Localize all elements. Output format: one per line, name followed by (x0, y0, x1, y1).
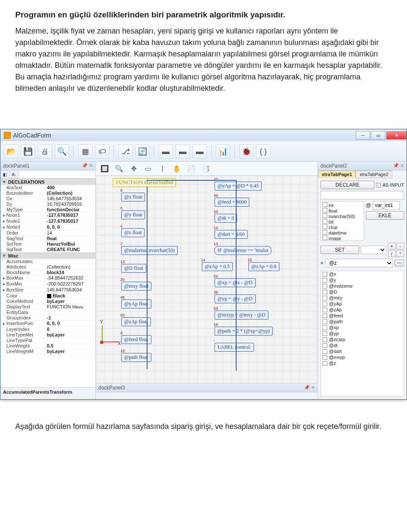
propgrid-row[interactable]: LineWeightMbyLayer (0, 349, 95, 354)
ekle-button[interactable]: EKLE (366, 211, 404, 220)
dock-pin-icon[interactable]: 📌 ✕ (304, 385, 315, 391)
flow-node[interactable]: @D float (121, 264, 146, 273)
var-item[interactable]: @zAp (321, 307, 404, 313)
var-item[interactable]: @yAp (321, 301, 404, 307)
var-item[interactable]: @mxyp (321, 354, 404, 360)
flow-node[interactable]: @yAp = @D * 0.45 (215, 182, 262, 190)
var-item[interactable]: @malzeme (321, 283, 404, 289)
align-mid-button[interactable]: ▬ (176, 144, 190, 159)
propgrid-row[interactable]: Dy16.78243709916 (0, 202, 95, 207)
print-button[interactable]: 🖨 (38, 144, 52, 159)
var-item[interactable]: @path (321, 319, 404, 325)
propgrid-row[interactable]: BlockNameblock14 (0, 270, 95, 275)
flowchart-canvas[interactable]: FUNCTION HavuzYolBul @x float6@y float5@… (96, 176, 318, 383)
varname-input[interactable] (373, 201, 400, 210)
extent-icon[interactable]: ▭ (142, 163, 153, 174)
flow-node[interactable]: @x float (121, 193, 145, 202)
close-button[interactable]: ✕ (386, 131, 407, 140)
zoom-area-icon[interactable]: 🔲 (99, 163, 110, 174)
var-item[interactable]: @xp (321, 325, 404, 330)
propgrid-cat-declarations[interactable]: ▾DECLERATIONS (0, 179, 95, 185)
save-button[interactable]: 💾 (21, 144, 35, 159)
minimize-button[interactable]: ─ (356, 131, 370, 140)
flow-node[interactable]: @y float (121, 210, 145, 219)
pan-icon[interactable]: ✥ (128, 163, 139, 174)
propgrid-row[interactable]: Boundediterr(Collection) (0, 190, 95, 196)
grid-button[interactable]: ▦ (78, 144, 92, 159)
propgrid-row[interactable]: Dx145.6477553034 (0, 196, 95, 202)
dock-pin-icon[interactable]: 📌 ✕ (82, 163, 93, 169)
var-item[interactable]: @z (321, 360, 404, 366)
propgrid-row[interactable]: AraText400 (0, 185, 95, 190)
type-list[interactable]: int float nvarchar(50) bit char datetime… (321, 201, 364, 241)
propgrid-row[interactable]: ▸Node1-127.67835017 (0, 213, 95, 218)
flow-node[interactable]: @yp = @y - @D (215, 294, 256, 303)
right-tab-1[interactable]: xtraTabPage1 (318, 171, 356, 178)
img-button[interactable]: 🏷 (95, 144, 109, 159)
propgrid-row[interactable]: EntityData (0, 310, 95, 315)
propgrid-row[interactable]: DisplayTextFUNCTION Havu (0, 304, 95, 310)
propgrid-row[interactable]: LineWeight0.5 (0, 343, 95, 349)
refresh-button[interactable]: 🔄 (135, 144, 150, 159)
chart-button[interactable]: 📊 (216, 144, 230, 159)
right-tab-2[interactable]: xtraTabPage2 (356, 171, 392, 178)
propgrid-row[interactable]: Order14 (0, 230, 95, 236)
property-grid[interactable]: ◧ A↓ ▾DECLERATIONS AraText400Boundediter… (0, 171, 95, 387)
var-item[interactable]: @x (321, 271, 404, 277)
type-item[interactable]: char (322, 224, 363, 230)
type-item[interactable]: nvarchar(50) (322, 213, 363, 219)
maximize-button[interactable]: ▭ (371, 131, 385, 140)
propgrid-row[interactable]: ColorMethodbyLayer (0, 299, 95, 304)
op-minus[interactable]: - (396, 243, 404, 249)
var-item[interactable]: @dart (321, 348, 404, 354)
set-dropdown[interactable] (361, 246, 386, 254)
propgrid-cat-misc[interactable]: ▾Misc (0, 252, 95, 259)
propgrid-row[interactable]: SolTextHavuzYolBul (0, 241, 95, 247)
preview-button[interactable]: 🔍 (55, 144, 69, 159)
eq-action[interactable]: ⋯ (395, 260, 404, 266)
var-item[interactable]: @y (321, 277, 404, 283)
propgrid-row[interactable]: ▸InsertionPoin0, 0, 0 (0, 321, 95, 327)
zoom-icon[interactable]: 🔍 (114, 163, 125, 174)
op-plus[interactable]: + (388, 243, 396, 249)
propgrid-row[interactable]: ▸BoxMin-200.5022278297 (0, 281, 95, 287)
type-item[interactable]: int (322, 202, 363, 208)
propgrid-row[interactable]: LineTypeMetbyLayer (0, 332, 95, 338)
type-item[interactable]: float (322, 208, 363, 213)
var-item[interactable]: @feed (321, 313, 404, 319)
doc-icon[interactable]: 📄 (186, 163, 197, 174)
align-left-button[interactable]: ▬ (159, 144, 173, 159)
propgrid-row[interactable]: ▸BoxMax-54.85447252632 (0, 275, 95, 281)
flow-node[interactable]: @path = 2 * (@xp+@yp) (215, 327, 273, 336)
flow-node[interactable]: @zAp = 0.5 (202, 262, 233, 271)
var-item[interactable]: @zcarp (321, 336, 404, 342)
flow-node[interactable]: @xp = @x - @D (215, 278, 256, 287)
propgrid-row[interactable]: MyTypefunctionDeclar (0, 207, 95, 213)
propgrid-row[interactable]: ▸Node30, 0, 0 (0, 224, 95, 230)
dock-pin-icon[interactable]: 📌 ✕ (393, 163, 404, 169)
flow-node[interactable]: @dart = 4/60 (215, 230, 248, 239)
connect-button[interactable]: ⎇ (118, 144, 133, 159)
copy-icon[interactable]: 📑 (200, 163, 211, 174)
propgrid-tab-az[interactable]: A↓ (10, 171, 19, 178)
flow-node[interactable]: @dt = 0 (215, 214, 237, 223)
propgrid-row[interactable]: Attributes(Collection) (0, 264, 95, 270)
type-item[interactable]: image (322, 235, 363, 241)
flow-node[interactable]: @zAp = 0.8 (248, 262, 279, 271)
propgrid-row[interactable]: GroupIndex-1 (0, 315, 95, 321)
align-right-button[interactable]: ▬ (192, 144, 207, 159)
type-item[interactable]: bit (322, 219, 363, 224)
type-item[interactable]: datetime (322, 230, 363, 235)
declare-input[interactable] (321, 191, 404, 199)
flow-node[interactable]: @malzeme nvarchar(50) (121, 246, 178, 255)
propgrid-row[interactable]: Accumulatec (0, 259, 95, 264)
propgrid-tab-cat[interactable]: ◧ (0, 171, 10, 178)
flow-node[interactable]: @z float (121, 228, 145, 237)
eq-dropdown[interactable]: @z (325, 259, 393, 267)
propgrid-row[interactable]: ▸Node2-127.67835017 (0, 218, 95, 224)
var-item[interactable]: @yp (321, 330, 404, 336)
propgrid-row[interactable]: SqlTextCREATE FUNC (0, 247, 95, 252)
propgrid-row[interactable]: ▸BoxSize145.6477553034 (0, 287, 95, 293)
bug-button[interactable]: 🐞 (239, 144, 254, 159)
propgrid-row[interactable]: SagTextfloat (0, 236, 95, 241)
